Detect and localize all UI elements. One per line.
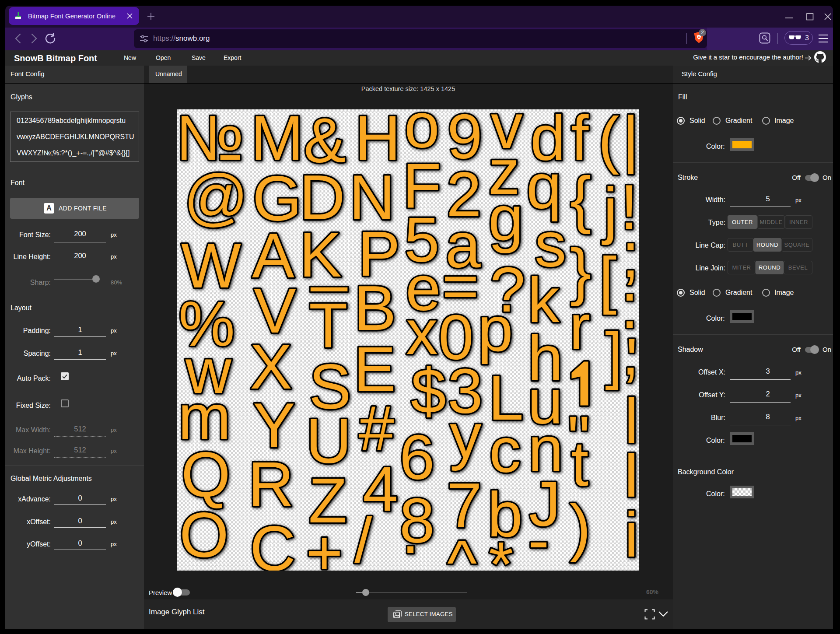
svg-text:*: * [489,529,513,571]
svg-text:[: [ [599,244,616,315]
svg-text:O: O [179,500,229,571]
svg-text:_: _ [310,221,348,292]
svg-text:c: c [489,415,521,486]
svg-text:T: T [309,290,348,361]
svg-text:(: ( [598,109,619,175]
svg-text:-: - [528,504,549,571]
svg-text:@: @ [184,161,248,232]
svg-text:B: B [354,273,396,343]
svg-text:.: . [402,496,419,567]
svg-text:t: t [571,428,588,499]
svg-text:): ) [570,492,591,563]
svg-text:|: | [623,109,639,174]
svg-text:g: g [488,183,524,254]
svg-text:{: { [570,164,591,235]
svg-text:j: j [602,175,617,245]
svg-text:y: y [450,400,482,471]
svg-text:p: p [478,294,513,364]
svg-text:^: ^ [447,527,477,571]
svg-text:C: C [250,513,296,571]
svg-text:R: R [248,448,294,519]
svg-text:#: # [359,393,394,464]
svg-text:+: + [306,517,343,571]
svg-text:6: 6 [399,422,435,493]
svg-text:i: i [624,499,638,570]
svg-text:]: ] [605,319,623,390]
svg-text:r: r [569,291,590,362]
svg-text:/: / [354,505,372,571]
svg-text:,: , [622,317,639,388]
